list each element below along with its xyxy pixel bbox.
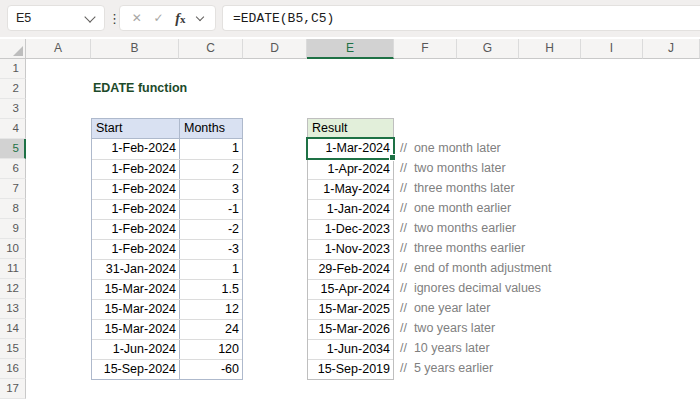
months-cell[interactable]: 1 [180,139,242,159]
row-header-4[interactable]: 4 [0,119,26,139]
comment-cell[interactable]: // 5 years earlier [400,358,551,378]
chevron-down-icon[interactable] [196,13,204,21]
start-cell[interactable]: 15-Mar-2024 [92,300,180,319]
start-cell[interactable]: 15-Mar-2024 [92,280,180,299]
start-cell[interactable]: 1-Feb-2024 [92,200,180,219]
table-row: 29-Feb-2024 [308,259,393,279]
insert-function-icon[interactable]: fx [175,10,185,27]
row-header-14[interactable]: 14 [0,319,26,339]
comment-cell[interactable]: // one year later [400,298,551,318]
start-cell[interactable]: 15-Mar-2024 [92,320,180,339]
months-cell[interactable]: -3 [180,240,242,259]
column-header-a[interactable]: A [26,39,91,59]
table-row: 1-Feb-2024-2 [92,219,242,239]
select-all-triangle-icon [13,46,23,56]
months-cell[interactable]: -1 [180,200,242,219]
row-header-11[interactable]: 11 [0,259,26,279]
start-cell[interactable]: 31-Jan-2024 [92,260,180,279]
row-header-1[interactable]: 1 [0,59,26,79]
comment-cell[interactable]: // ignores decimal values [400,278,551,298]
column-header-h[interactable]: H [519,39,581,59]
select-all-corner[interactable] [0,39,26,59]
result-cell[interactable]: 1-Apr-2024 [308,160,393,179]
start-cell[interactable]: 1-Feb-2024 [92,139,180,159]
row-header-7[interactable]: 7 [0,179,26,199]
months-cell[interactable]: 2 [180,160,242,179]
column-header-j[interactable]: J [643,39,700,59]
comment-cell[interactable]: // one month later [400,138,551,158]
name-box-value: E5 [8,11,86,25]
result-table-body: 1-Mar-20241-Apr-20241-May-20241-Jan-2024… [308,139,393,379]
start-header-cell[interactable]: Start [92,119,180,138]
months-cell[interactable]: 120 [180,340,242,359]
months-cell[interactable]: -60 [180,360,242,379]
months-cell[interactable]: -2 [180,220,242,239]
column-header-i[interactable]: I [581,39,643,59]
formula-input[interactable]: =EDATE(B5,C5) [222,5,700,31]
start-cell[interactable]: 1-Feb-2024 [92,160,180,179]
table-row: 1-Feb-2024-1 [92,199,242,219]
result-cell[interactable]: 1-Jan-2024 [308,200,393,219]
months-cell[interactable]: 24 [180,320,242,339]
cancel-icon[interactable]: ✕ [132,11,142,25]
result-cell[interactable]: 1-Dec-2023 [308,220,393,239]
row-header-2[interactable]: 2 [0,79,26,99]
months-cell[interactable]: 1 [180,260,242,279]
table-row: 15-Mar-2026 [308,319,393,339]
start-cell[interactable]: 1-Jun-2024 [92,340,180,359]
name-box[interactable]: E5 [7,5,105,31]
row-header-3[interactable]: 3 [0,99,26,119]
selected-cell-outline [306,137,395,160]
title-cell[interactable]: EDATE function [93,78,187,98]
row-header-8[interactable]: 8 [0,199,26,219]
months-cell[interactable]: 3 [180,180,242,199]
result-cell[interactable]: 15-Mar-2026 [308,320,393,339]
start-cell[interactable]: 15-Sep-2024 [92,360,180,379]
result-cell[interactable]: 15-Apr-2024 [308,280,393,299]
column-header-e[interactable]: E [307,39,394,59]
row-header-15[interactable]: 15 [0,339,26,359]
excel-window: E5 ⋮ ✕ ✓ fx =EDATE(B5,C5) ABCDEFGHIJ 123… [0,0,700,400]
column-header-f[interactable]: F [394,39,457,59]
table-row: 15-Mar-202412 [92,299,242,319]
comment-cell[interactable]: // end of month adjustment [400,258,551,278]
comment-cell[interactable]: // three months later [400,178,551,198]
row-header-10[interactable]: 10 [0,239,26,259]
enter-icon[interactable]: ✓ [153,11,163,25]
result-cell[interactable]: 29-Feb-2024 [308,260,393,279]
start-cell[interactable]: 1-Feb-2024 [92,220,180,239]
result-cell[interactable]: 15-Mar-2025 [308,300,393,319]
column-header-d[interactable]: D [243,39,307,59]
column-header-b[interactable]: B [91,39,179,59]
start-cell[interactable]: 1-Feb-2024 [92,180,180,199]
row-header-5[interactable]: 5 [0,139,26,159]
comment-cell[interactable]: // two months earlier [400,218,551,238]
table-row: 1-Apr-2024 [308,159,393,179]
result-cell[interactable]: 1-May-2024 [308,180,393,199]
fill-handle[interactable] [389,154,396,161]
result-cell[interactable]: 1-Nov-2023 [308,240,393,259]
comment-cell[interactable]: // two months later [400,158,551,178]
comment-cell[interactable]: // three months earlier [400,238,551,258]
result-cell[interactable]: 1-Jun-2034 [308,340,393,359]
comment-cell[interactable]: // 10 years later [400,338,551,358]
column-header-c[interactable]: C [179,39,243,59]
months-header-cell[interactable]: Months [180,119,242,138]
start-cell[interactable]: 1-Feb-2024 [92,240,180,259]
formula-text: =EDATE(B5,C5) [233,11,334,26]
row-header-13[interactable]: 13 [0,299,26,319]
result-cell[interactable]: 15-Sep-2019 [308,360,393,379]
months-cell[interactable]: 1.5 [180,280,242,299]
row-header-9[interactable]: 9 [0,219,26,239]
input-table-header: Start Months [92,119,242,139]
column-header-g[interactable]: G [457,39,519,59]
row-header-17[interactable]: 17 [0,379,26,399]
comment-cell[interactable]: // two years later [400,318,551,338]
chevron-down-icon[interactable] [84,11,95,22]
result-header-cell[interactable]: Result [308,119,393,138]
row-header-6[interactable]: 6 [0,159,26,179]
row-header-16[interactable]: 16 [0,359,26,379]
comment-cell[interactable]: // one month earlier [400,198,551,218]
row-header-12[interactable]: 12 [0,279,26,299]
months-cell[interactable]: 12 [180,300,242,319]
